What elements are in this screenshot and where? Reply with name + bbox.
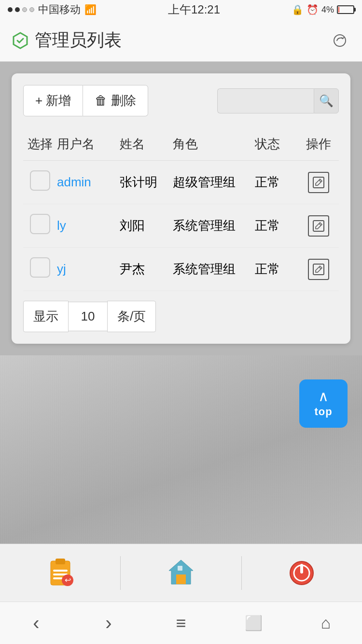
svg-line-4 [319, 224, 321, 225]
delete-button[interactable]: 🗑 删除 [83, 85, 148, 116]
lock-icon: 🔒 [292, 4, 304, 15]
row2-username: ly [57, 218, 120, 233]
svg-rect-1 [313, 177, 324, 188]
row1-username-link[interactable]: admin [57, 175, 91, 189]
battery-fill [338, 7, 339, 13]
row1-status: 正常 [255, 174, 298, 191]
row1-role: 超级管理组 [173, 174, 255, 191]
svg-rect-15 [176, 574, 186, 584]
header-name: 姓名 [120, 136, 173, 153]
scroll-to-top-button[interactable]: ∧ top [299, 379, 348, 428]
search-input[interactable] [217, 88, 314, 113]
header-role: 角色 [173, 136, 255, 153]
svg-rect-19 [300, 564, 303, 574]
pagination-per-page-unit: 条/页 [107, 301, 156, 332]
home-icon [164, 556, 198, 590]
menu-icon: ≡ [176, 613, 186, 633]
row2-edit-button[interactable] [308, 215, 329, 237]
add-button[interactable]: + 新增 [23, 85, 83, 116]
svg-rect-9 [53, 570, 68, 572]
row2-username-link[interactable]: ly [57, 218, 66, 233]
signal-dot-3 [22, 7, 27, 12]
clipboard-icon: ↩ [43, 556, 77, 590]
search-icon: 🔍 [319, 94, 334, 108]
header-action: 操作 [298, 136, 339, 153]
app-logo [12, 32, 29, 49]
main-content: + 新增 🗑 删除 🔍 选择 用户名 姓名 角色 状态 操作 [0, 62, 362, 355]
svg-rect-3 [313, 221, 324, 231]
tab-clipboard[interactable]: ↩ [0, 556, 121, 590]
row2-name: 刘阳 [120, 217, 173, 234]
row1-name: 张计明 [120, 174, 173, 191]
svg-rect-5 [313, 264, 324, 275]
row3-role: 系统管理组 [173, 261, 255, 278]
header-select: 选择 [23, 136, 57, 153]
tab-icon: ⬜ [245, 615, 263, 631]
table-header: 选择 用户名 姓名 角色 状态 操作 [23, 128, 339, 161]
status-left: 中国移动 📶 [8, 2, 97, 17]
row3-edit-button[interactable] [308, 259, 329, 280]
signal-dot-1 [8, 7, 13, 12]
row2-action [298, 215, 339, 237]
signal-dot-4 [29, 7, 34, 12]
header-username: 用户名 [57, 136, 120, 153]
power-icon [285, 556, 319, 590]
header-status: 状态 [255, 136, 298, 153]
ios-tab-button[interactable]: ⬜ [239, 609, 268, 638]
pagination-display-label: 显示 [23, 301, 69, 332]
carrier-label: 中国移动 [38, 2, 81, 17]
toolbar: + 新增 🗑 删除 🔍 [23, 85, 339, 116]
forward-icon: › [105, 612, 111, 634]
alarm-icon: ⏰ [306, 4, 319, 15]
svg-line-6 [319, 267, 321, 269]
ios-menu-button[interactable]: ≡ [167, 609, 195, 638]
row3-checkbox[interactable] [30, 257, 50, 278]
tab-power[interactable] [242, 556, 362, 590]
bottom-tab-bar: ↩ [0, 544, 362, 602]
row3-select [23, 257, 57, 281]
admin-table: 选择 用户名 姓名 角色 状态 操作 admin 张计明 超级管理组 正常 [23, 128, 339, 291]
row2-checkbox[interactable] [30, 214, 50, 234]
svg-rect-16 [178, 566, 182, 571]
pagination-per-page-input[interactable]: 10 [69, 302, 107, 331]
top-button-label: top [314, 406, 332, 418]
svg-rect-8 [56, 559, 65, 564]
refresh-button[interactable] [329, 30, 350, 51]
admin-card: + 新增 🗑 删除 🔍 选择 用户名 姓名 角色 状态 操作 [12, 73, 350, 344]
row3-username: yj [57, 262, 120, 277]
home-nav-icon: ⌂ [321, 614, 331, 632]
row3-name: 尹杰 [120, 261, 173, 278]
svg-rect-11 [53, 577, 63, 579]
ios-nav-bar: ‹ › ≡ ⬜ ⌂ [0, 602, 362, 644]
search-box: 🔍 [217, 88, 339, 113]
svg-line-2 [319, 180, 321, 182]
pagination: 显示 10 条/页 [23, 301, 339, 332]
row1-username: admin [57, 175, 120, 190]
nav-bar: 管理员列表 [0, 19, 362, 62]
battery-indicator [337, 5, 354, 14]
battery-percentage: 4% [321, 5, 334, 15]
top-arrow-icon: ∧ [318, 389, 329, 404]
row1-edit-button[interactable] [308, 172, 329, 193]
ios-home-button[interactable]: ⌂ [311, 609, 340, 638]
wifi-icon: 📶 [84, 4, 97, 15]
svg-point-0 [334, 35, 346, 46]
table-row: yj 尹杰 系统管理组 正常 [23, 248, 339, 291]
row2-role: 系统管理组 [173, 217, 255, 234]
row2-select [23, 214, 57, 238]
search-button[interactable]: 🔍 [314, 88, 339, 113]
row1-action [298, 172, 339, 193]
row3-username-link[interactable]: yj [57, 262, 66, 276]
row1-select [23, 170, 57, 194]
row1-checkbox[interactable] [30, 170, 50, 191]
row3-action [298, 259, 339, 280]
status-right: 🔒 ⏰ 4% [292, 4, 354, 15]
back-icon: ‹ [33, 612, 39, 634]
tab-home[interactable] [121, 556, 241, 590]
status-bar: 中国移动 📶 上午12:21 🔒 ⏰ 4% [0, 0, 362, 19]
svg-text:↩: ↩ [64, 576, 70, 584]
ios-forward-button[interactable]: › [94, 609, 123, 638]
signal-dot-2 [15, 7, 20, 12]
row2-status: 正常 [255, 217, 298, 234]
ios-back-button[interactable]: ‹ [22, 609, 51, 638]
